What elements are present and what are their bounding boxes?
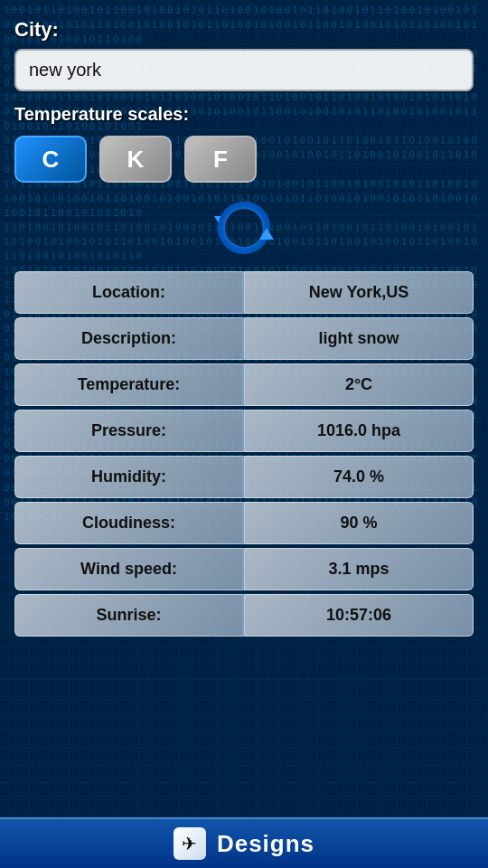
table-row: Pressure: 1016.0 hpa bbox=[14, 410, 474, 452]
row-value: 1016.0 hpa bbox=[244, 410, 474, 452]
table-row: Description: light snow bbox=[14, 317, 474, 360]
row-value: New York,US bbox=[244, 271, 474, 314]
table-row: Wind speed: 3.1 mps bbox=[14, 548, 474, 590]
plane-icon: ✈ bbox=[182, 833, 197, 854]
row-label: Pressure: bbox=[14, 410, 244, 452]
temp-scale-label: Temperature scales: bbox=[14, 104, 474, 125]
table-row: Temperature: 2°C bbox=[14, 363, 474, 406]
table-row: Location: New York,US bbox=[14, 271, 474, 314]
row-label: Wind speed: bbox=[14, 548, 244, 590]
row-label: Temperature: bbox=[14, 363, 244, 406]
svg-marker-1 bbox=[259, 228, 274, 240]
footer-icon: ✈ bbox=[174, 827, 206, 860]
row-label: Location: bbox=[14, 271, 244, 314]
row-label: Sunrise: bbox=[14, 594, 244, 637]
row-value: light snow bbox=[244, 317, 474, 360]
scale-btn-k[interactable]: K bbox=[99, 136, 172, 183]
scale-btn-c[interactable]: C bbox=[14, 136, 87, 183]
row-value: 3.1 mps bbox=[244, 548, 474, 590]
row-value: 2°C bbox=[244, 363, 474, 406]
scale-buttons: C K F bbox=[14, 136, 474, 183]
footer-label: Designs bbox=[217, 830, 314, 858]
row-value: 90 % bbox=[244, 502, 474, 544]
row-label: Humidity: bbox=[14, 456, 244, 498]
table-row: Humidity: 74.0 % bbox=[14, 456, 474, 498]
weather-data-table: Location: New York,US Description: light… bbox=[14, 268, 474, 640]
footer-bar[interactable]: ✈ Designs bbox=[0, 817, 488, 868]
row-value: 10:57:06 bbox=[244, 594, 474, 637]
city-input[interactable] bbox=[14, 49, 474, 91]
city-label: City: bbox=[14, 18, 474, 42]
row-label: Description: bbox=[14, 317, 244, 360]
row-value: 74.0 % bbox=[244, 456, 474, 498]
table-row: Cloudiness: 90 % bbox=[14, 502, 474, 544]
swirl-area[interactable] bbox=[14, 192, 474, 264]
row-label: Cloudiness: bbox=[14, 502, 244, 544]
table-row: Sunrise: 10:57:06 bbox=[14, 594, 474, 637]
scale-btn-f[interactable]: F bbox=[184, 136, 257, 183]
